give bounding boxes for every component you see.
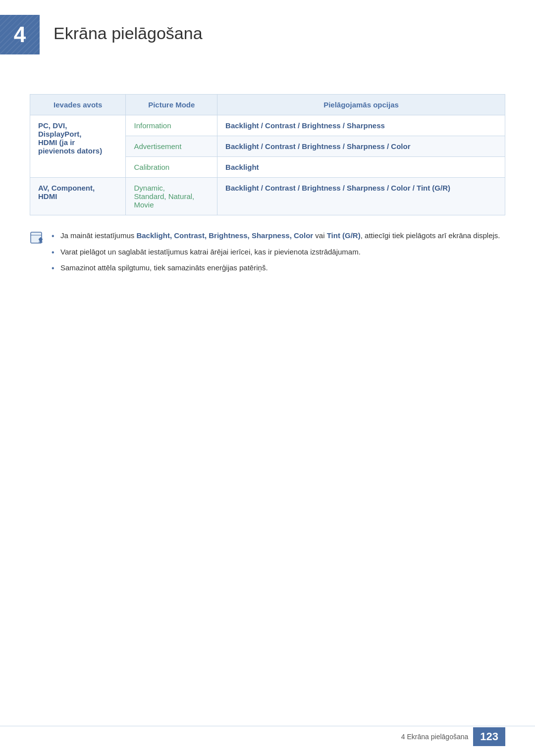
- footer-chapter-text: 4 Ekrāna pielāgošana: [401, 733, 468, 741]
- note-content: Ja maināt iestatījumus Backlight, Contra…: [52, 230, 505, 279]
- cell-mode-advertisement: Advertisement: [126, 136, 217, 157]
- note1-mid: vai: [313, 231, 327, 240]
- note-section: Ja maināt iestatījumus Backlight, Contra…: [30, 230, 505, 279]
- cell-options-calibration: Backlight: [217, 157, 505, 178]
- chapter-number: 4: [14, 22, 26, 47]
- cell-options-dynamic: Backlight / Contrast / Brightness / Shar…: [217, 178, 505, 215]
- table-header-row: Ievades avots Picture Mode Pielāgojamās …: [30, 95, 505, 115]
- note-item-3: Samazinot attēla spilgtumu, tiek samazin…: [52, 262, 505, 274]
- note1-highlighted2: Tint (G/R): [327, 231, 361, 240]
- cell-source-av: AV, Component,HDMI: [30, 178, 126, 215]
- note1-highlighted: Backlight, Contrast, Brightness, Sharpne…: [136, 231, 313, 240]
- cell-mode-calibration: Calibration: [126, 157, 217, 178]
- col-header-mode: Picture Mode: [126, 95, 217, 115]
- chapter-number-block: 4: [0, 15, 40, 54]
- table-row: AV, Component,HDMI Dynamic,Standard, Nat…: [30, 178, 505, 215]
- page-number: 123: [473, 727, 505, 746]
- page-footer: 4 Ekrāna pielāgošana 123: [401, 727, 505, 746]
- cell-mode-dynamic: Dynamic,Standard, Natural,Movie: [126, 178, 217, 215]
- header: 4 Ekrāna pielāgošana: [0, 0, 535, 74]
- cell-options-advertisement: Backlight / Contrast / Brightness / Shar…: [217, 136, 505, 157]
- notes-list: Ja maināt iestatījumus Backlight, Contra…: [52, 230, 505, 274]
- chapter-title: Ekrāna pielāgošana: [40, 15, 203, 52]
- note1-prefix: Ja maināt iestatījumus: [60, 231, 136, 240]
- picture-mode-table: Ievades avots Picture Mode Pielāgojamās …: [30, 94, 505, 215]
- note-item-2: Varat pielāgot un saglabāt iestatījumus …: [52, 247, 505, 258]
- note1-suffix: , attiecīgi tiek pielāgots arī ekrāna di…: [361, 231, 500, 240]
- col-header-source: Ievades avots: [30, 95, 126, 115]
- cell-mode-information: Information: [126, 115, 217, 136]
- cell-source-pc: PC, DVI,DisplayPort,HDMI (ja irpievienot…: [30, 115, 126, 178]
- note-item-1: Ja maināt iestatījumus Backlight, Contra…: [52, 230, 505, 242]
- table-row: PC, DVI,DisplayPort,HDMI (ja irpievienot…: [30, 115, 505, 136]
- content-area: Ievades avots Picture Mode Pielāgojamās …: [0, 94, 535, 279]
- cell-options-information: Backlight / Contrast / Brightness / Shar…: [217, 115, 505, 136]
- footer-divider: [0, 726, 535, 726]
- note-icon: [30, 231, 46, 244]
- col-header-options: Pielāgojamās opcijas: [217, 95, 505, 115]
